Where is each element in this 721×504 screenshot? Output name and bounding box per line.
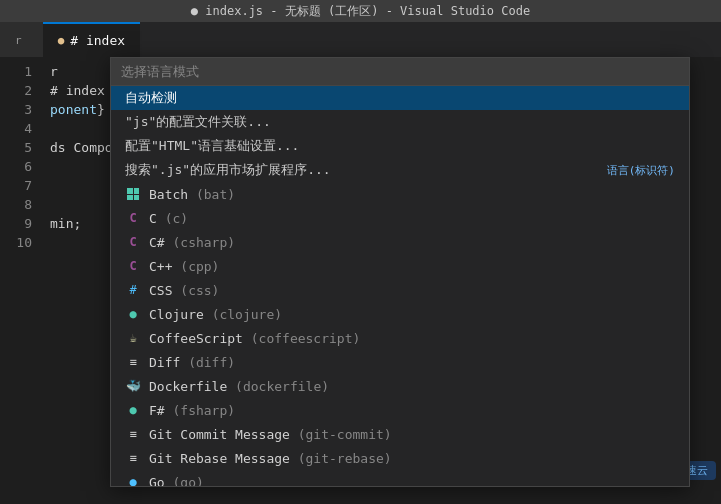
diff-label: Diff (diff) <box>149 355 235 370</box>
csharp-icon: C <box>125 235 141 249</box>
dropdown-item-csharp[interactable]: C C# (csharp) <box>111 230 689 254</box>
language-mode-dropdown: 自动检测 "js"的配置文件关联... 配置"HTML"语言基础设置... 搜索… <box>110 57 690 487</box>
go-icon: ● <box>125 475 141 486</box>
tab-index-js[interactable]: ● # index <box>43 22 140 57</box>
git-rebase-icon: ≡ <box>125 451 141 465</box>
title-text: ● index.js - 无标题 (工作区) - Visual Studio C… <box>191 3 530 20</box>
coffeescript-icon: ☕ <box>125 331 141 345</box>
js-config-label: "js"的配置文件关联... <box>125 113 271 131</box>
git-commit-icon: ≡ <box>125 427 141 441</box>
dropdown-item-git-commit[interactable]: ≡ Git Commit Message (git-commit) <box>111 422 689 446</box>
tab-index-js-label: # index <box>70 33 125 48</box>
cpp-label: C++ (cpp) <box>149 259 219 274</box>
cpp-icon: C <box>125 259 141 273</box>
language-badge: 语言(标识符) <box>607 163 675 178</box>
dropdown-item-auto[interactable]: 自动检测 <box>111 86 689 110</box>
c-label: C (c) <box>149 211 188 226</box>
clojure-icon: ● <box>125 307 141 321</box>
dropdown-list: 自动检测 "js"的配置文件关联... 配置"HTML"语言基础设置... 搜索… <box>111 86 689 486</box>
title-bar: ● index.js - 无标题 (工作区) - Visual Studio C… <box>0 0 721 22</box>
tab-bar: r ● # index <box>0 22 721 57</box>
fsharp-label: F# (fsharp) <box>149 403 235 418</box>
dropdown-item-git-rebase[interactable]: ≡ Git Rebase Message (git-rebase) <box>111 446 689 470</box>
dropdown-item-go[interactable]: ● Go (go) <box>111 470 689 486</box>
tab-r-icon: r <box>15 34 22 47</box>
dropdown-item-html-config[interactable]: 配置"HTML"语言基础设置... <box>111 134 689 158</box>
css-label: CSS (css) <box>149 283 219 298</box>
dropdown-item-cpp[interactable]: C C++ (cpp) <box>111 254 689 278</box>
dockerfile-label: Dockerfile (dockerfile) <box>149 379 329 394</box>
dockerfile-icon: 🐳 <box>125 379 141 393</box>
tab-modified-icon: ● <box>58 34 65 47</box>
batch-icon <box>125 188 141 200</box>
css-icon: # <box>125 283 141 297</box>
html-config-label: 配置"HTML"语言基础设置... <box>125 137 299 155</box>
dropdown-item-dockerfile[interactable]: 🐳 Dockerfile (dockerfile) <box>111 374 689 398</box>
coffeescript-label: CoffeeScript (coffeescript) <box>149 331 360 346</box>
language-search-input[interactable] <box>121 64 679 79</box>
git-rebase-label: Git Rebase Message (git-rebase) <box>149 451 392 466</box>
dropdown-search-area[interactable] <box>111 58 689 86</box>
editor-area: r ● # index 1 2 3 4 5 6 7 8 9 10 r # ind… <box>0 22 721 504</box>
auto-detect-label: 自动检测 <box>125 89 177 107</box>
go-label: Go (go) <box>149 475 204 487</box>
search-js-label: 搜索".js"的应用市场扩展程序... <box>125 161 331 179</box>
line-numbers: 1 2 3 4 5 6 7 8 9 10 <box>0 62 40 252</box>
clojure-label: Clojure (clojure) <box>149 307 282 322</box>
dropdown-item-search-js[interactable]: 搜索".js"的应用市场扩展程序... 语言(标识符) <box>111 158 689 182</box>
batch-label: Batch (bat) <box>149 187 235 202</box>
dropdown-item-clojure[interactable]: ● Clojure (clojure) <box>111 302 689 326</box>
dropdown-item-diff[interactable]: ≡ Diff (diff) <box>111 350 689 374</box>
dropdown-item-fsharp[interactable]: ● F# (fsharp) <box>111 398 689 422</box>
dropdown-item-c[interactable]: C C (c) <box>111 206 689 230</box>
git-commit-label: Git Commit Message (git-commit) <box>149 427 392 442</box>
dropdown-item-batch[interactable]: Batch (bat) <box>111 182 689 206</box>
tab-r[interactable]: r <box>0 22 43 57</box>
dropdown-item-css[interactable]: # CSS (css) <box>111 278 689 302</box>
csharp-label: C# (csharp) <box>149 235 235 250</box>
diff-icon: ≡ <box>125 355 141 369</box>
dropdown-item-js-config[interactable]: "js"的配置文件关联... <box>111 110 689 134</box>
fsharp-icon: ● <box>125 403 141 417</box>
dropdown-item-coffeescript[interactable]: ☕ CoffeeScript (coffeescript) <box>111 326 689 350</box>
c-icon: C <box>125 211 141 225</box>
